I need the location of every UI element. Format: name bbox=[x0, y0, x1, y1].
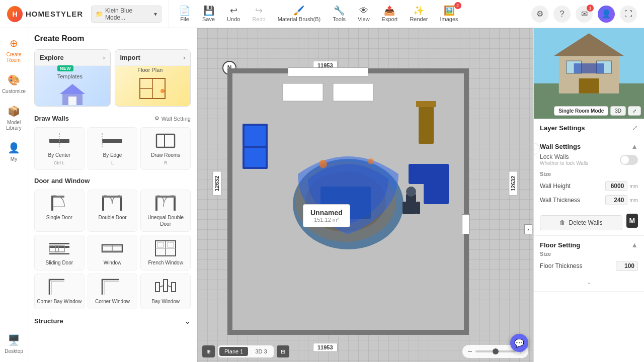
layer-settings-header[interactable]: Layer Settings ⤢ bbox=[540, 124, 638, 132]
view-button[interactable]: 👁 View bbox=[353, 4, 375, 24]
material-brush-button[interactable]: 🖌️ Material Brush(B) bbox=[273, 4, 326, 24]
expand-preview-btn[interactable]: ⤢ bbox=[628, 106, 641, 116]
svg-line-42 bbox=[159, 286, 164, 287]
main-toolbar: H HOMESTYLER 📁 Klein Blue Mode... ▾ 📄 Fi… bbox=[0, 0, 644, 28]
canvas-area[interactable]: N 11953 11953 12632 12632 bbox=[197, 28, 533, 362]
corner-bay-window[interactable]: Corner Bay Window bbox=[34, 274, 85, 309]
wall-thickness-value[interactable]: 240 bbox=[605, 195, 627, 205]
nav-model-library[interactable]: 📦 Model Library bbox=[2, 101, 27, 134]
by-edge-icon bbox=[101, 132, 123, 149]
notification-badge: 1 bbox=[587, 5, 594, 12]
wall-thickness-row: Wall Thickness 240 mm bbox=[540, 193, 638, 207]
layer-settings-section: Layer Settings ⤢ bbox=[534, 119, 644, 137]
floor-thickness-label: Floor Thickness bbox=[540, 262, 582, 269]
svg-point-62 bbox=[368, 158, 374, 164]
save-button[interactable]: 💾 Save bbox=[197, 4, 220, 24]
notifications-icon[interactable]: ✉ 1 bbox=[576, 6, 593, 23]
svg-rect-19 bbox=[155, 196, 157, 211]
plane2-tab[interactable]: 3D 3 bbox=[250, 347, 272, 356]
model-library-icon: 📦 bbox=[7, 104, 21, 118]
settings-icon[interactable]: ⚙ bbox=[531, 6, 548, 23]
plane1-tab[interactable]: Plane 1 bbox=[219, 347, 248, 356]
explore-templates-card[interactable]: Explore › NEW Templates bbox=[34, 49, 111, 107]
svg-rect-17 bbox=[120, 196, 122, 211]
single-door[interactable]: Single Door bbox=[34, 190, 85, 232]
3d-mode-btn[interactable]: 3D bbox=[610, 106, 626, 116]
svg-rect-52 bbox=[333, 83, 373, 101]
draw-rooms-icon bbox=[154, 132, 177, 149]
nav-customize[interactable]: 🎨 Customize bbox=[2, 70, 27, 97]
svg-point-58 bbox=[406, 187, 416, 197]
floor-thickness-value[interactable]: 100 bbox=[616, 261, 638, 271]
import-floor-plan-card[interactable]: Import › Floor Plan bbox=[115, 49, 191, 107]
render-button[interactable]: ✨ Render bbox=[405, 4, 433, 24]
zoom-out-button[interactable]: − bbox=[467, 347, 472, 356]
nav-create-room[interactable]: ⊕ Create Room bbox=[2, 33, 27, 66]
window[interactable]: Window bbox=[88, 235, 138, 270]
undo-button[interactable]: ↩ Undo bbox=[222, 4, 245, 24]
logo-icon: H bbox=[7, 6, 23, 22]
wall-settings-header[interactable]: Wall Settings ▲ bbox=[540, 142, 638, 150]
toolbar-actions: 📄 File 💾 Save ↩ Undo ↪ Redo 🖌️ Material … bbox=[169, 4, 524, 24]
file-button[interactable]: 📄 File bbox=[174, 4, 195, 24]
unequal-double-door[interactable]: Unequal Double Door bbox=[140, 190, 191, 232]
left-nav: ⊕ Create Room 🎨 Customize 📦 Model Librar… bbox=[0, 28, 28, 362]
floor-setting-title: Floor Setting bbox=[540, 241, 580, 249]
chat-button[interactable]: 💬 bbox=[510, 334, 528, 352]
delete-walls-button[interactable]: 🗑 Delete Walls bbox=[540, 215, 622, 230]
corner-window[interactable]: Corner Window bbox=[88, 274, 138, 309]
svg-rect-59 bbox=[403, 202, 407, 214]
single-room-mode-btn[interactable]: Single Room Mode bbox=[554, 106, 608, 116]
furniture-svg bbox=[232, 73, 464, 330]
grid-toggle[interactable]: ⊞ bbox=[277, 345, 289, 357]
sidebar-content: Create Room Explore › NEW Templates bbox=[28, 28, 197, 362]
file-badge[interactable]: 📁 Klein Blue Mode... ▾ bbox=[91, 6, 162, 23]
unequal-double-door-icon bbox=[154, 195, 177, 212]
zoom-slider[interactable] bbox=[475, 350, 516, 352]
images-button[interactable]: 🖼️ Images 2 bbox=[435, 4, 463, 24]
draw-rooms-wall[interactable]: Draw Rooms R bbox=[140, 127, 191, 170]
redo-button[interactable]: ↪ Redo bbox=[247, 4, 270, 24]
images-badge: 2 bbox=[454, 2, 461, 9]
by-center-wall[interactable]: By Center Ctrl L bbox=[34, 127, 85, 170]
avatar[interactable]: 👤 bbox=[598, 6, 615, 23]
svg-rect-11 bbox=[156, 134, 175, 147]
wall-setting-btn[interactable]: ⚙ Wall Setting bbox=[154, 115, 191, 122]
svg-rect-21 bbox=[155, 196, 176, 198]
french-window[interactable]: French Window bbox=[140, 235, 191, 270]
sliding-door[interactable]: Sliding Door bbox=[34, 235, 85, 270]
draw-walls-grid: By Center Ctrl L By Edge L bbox=[34, 127, 191, 170]
preview-toolbar: Single Room Mode 3D ⤢ bbox=[554, 106, 641, 116]
floor-setting-header[interactable]: Floor Setting ▲ bbox=[540, 241, 638, 249]
by-edge-wall[interactable]: By Edge L bbox=[88, 127, 138, 170]
svg-rect-51 bbox=[283, 83, 323, 101]
by-center-icon bbox=[48, 132, 70, 149]
help-icon[interactable]: ? bbox=[553, 6, 571, 23]
svg-rect-60 bbox=[416, 202, 420, 214]
explore-card-image: NEW Templates bbox=[35, 66, 110, 106]
lock-walls-toggle[interactable] bbox=[620, 155, 638, 165]
nav-desktop[interactable]: 🖥️ Desktop bbox=[2, 330, 27, 357]
draw-walls-title: Draw Walls bbox=[34, 115, 69, 122]
layer-settings-expand-icon: ⤢ bbox=[632, 124, 638, 132]
selection-handle: › bbox=[524, 224, 532, 234]
draw-walls-header: Draw Walls ⚙ Wall Setting bbox=[34, 115, 191, 122]
create-cards: Explore › NEW Templates bbox=[34, 49, 191, 107]
import-card-image: Floor Plan bbox=[115, 66, 191, 106]
bay-window[interactable]: Bay Window bbox=[140, 274, 191, 309]
export-button[interactable]: 📤 Export bbox=[377, 4, 403, 24]
wall-height-value[interactable]: 6000 bbox=[605, 181, 627, 191]
wall-thickness-label: Wall Thickness bbox=[540, 197, 580, 204]
nav-my[interactable]: 👤 My bbox=[2, 138, 27, 165]
dim-right: 12632 bbox=[509, 171, 518, 196]
tools-button[interactable]: 🔧 Tools bbox=[328, 4, 351, 24]
fullscreen-icon[interactable]: ⛶ bbox=[620, 6, 637, 23]
single-door-icon bbox=[48, 195, 70, 212]
double-door[interactable]: Double Door bbox=[88, 190, 138, 232]
svg-rect-34 bbox=[157, 242, 164, 247]
desktop-icon: 🖥️ bbox=[7, 333, 21, 347]
move-button[interactable]: ⊕ bbox=[202, 345, 215, 357]
canvas-grid: N 11953 11953 12632 12632 bbox=[197, 28, 533, 362]
structure-header[interactable]: Structure ⌄ bbox=[34, 316, 191, 326]
room-container: Unnamed 151.12 m² › bbox=[227, 68, 469, 335]
